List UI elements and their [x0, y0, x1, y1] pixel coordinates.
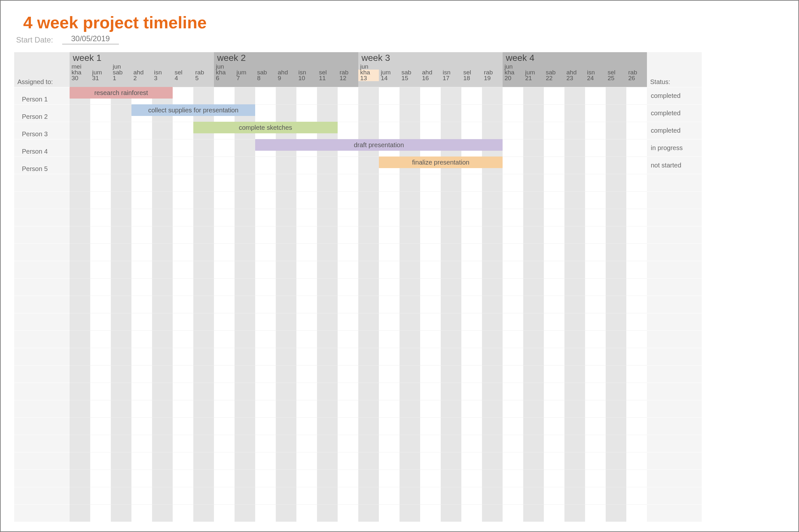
- grid-cell[interactable]: [482, 191, 503, 209]
- grid-cell[interactable]: [503, 261, 523, 278]
- grid-cell[interactable]: [131, 383, 152, 400]
- grid-cell[interactable]: [441, 174, 461, 191]
- grid-cell[interactable]: [338, 348, 358, 365]
- grid-cell[interactable]: [131, 122, 152, 139]
- grid-cell[interactable]: [152, 139, 173, 156]
- grid-cell[interactable]: [379, 400, 400, 417]
- grid-cell[interactable]: [173, 296, 193, 313]
- grid-cell[interactable]: [585, 104, 606, 122]
- grid-cell[interactable]: [214, 487, 235, 504]
- grid-cell[interactable]: [317, 504, 338, 522]
- grid-cell[interactable]: [379, 504, 400, 522]
- grid-cell[interactable]: [131, 174, 152, 191]
- grid-cell[interactable]: [564, 296, 585, 313]
- grid-cell[interactable]: [564, 226, 585, 244]
- grid-cell[interactable]: [461, 313, 482, 330]
- grid-cell[interactable]: [193, 348, 214, 365]
- grid-cell[interactable]: [214, 452, 235, 470]
- grid-cell[interactable]: [152, 261, 173, 278]
- grid-cell[interactable]: [482, 365, 503, 383]
- grid-cell[interactable]: [131, 330, 152, 348]
- grid-cell[interactable]: [214, 417, 235, 435]
- grid-cell[interactable]: [564, 487, 585, 504]
- grid-cell[interactable]: [461, 209, 482, 226]
- grid-cell[interactable]: [317, 209, 338, 226]
- grid-cell[interactable]: [296, 191, 317, 209]
- grid-cell[interactable]: [214, 504, 235, 522]
- grid-cell[interactable]: [338, 174, 358, 191]
- grid-cell[interactable]: [503, 139, 523, 156]
- grid-cell[interactable]: [255, 191, 276, 209]
- grid-cell[interactable]: [193, 87, 214, 104]
- grid-cell[interactable]: [173, 244, 193, 261]
- grid-cell[interactable]: [296, 435, 317, 452]
- grid-cell[interactable]: [585, 209, 606, 226]
- grid-cell[interactable]: [255, 104, 276, 122]
- grid-cell[interactable]: [420, 365, 441, 383]
- grid-cell[interactable]: [420, 348, 441, 365]
- task-bar[interactable]: complete sketches: [193, 122, 338, 133]
- grid-cell[interactable]: [420, 330, 441, 348]
- grid-cell[interactable]: [90, 226, 111, 244]
- grid-cell[interactable]: [379, 348, 400, 365]
- grid-cell[interactable]: [173, 278, 193, 296]
- grid-cell[interactable]: [523, 487, 544, 504]
- grid-cell[interactable]: [131, 504, 152, 522]
- grid-cell[interactable]: [482, 87, 503, 104]
- grid-cell[interactable]: [296, 348, 317, 365]
- grid-cell[interactable]: [255, 452, 276, 470]
- task-bar[interactable]: draft presentation: [255, 139, 503, 151]
- grid-cell[interactable]: [441, 365, 461, 383]
- grid-cell[interactable]: [441, 244, 461, 261]
- grid-cell[interactable]: [420, 470, 441, 487]
- grid-cell[interactable]: [626, 244, 647, 261]
- grid-cell[interactable]: [111, 278, 131, 296]
- grid-cell[interactable]: [152, 470, 173, 487]
- grid-cell[interactable]: [420, 278, 441, 296]
- grid-cell[interactable]: [193, 365, 214, 383]
- grid-cell[interactable]: [214, 244, 235, 261]
- grid-cell[interactable]: [544, 191, 564, 209]
- grid-cell[interactable]: [358, 191, 379, 209]
- grid-cell[interactable]: [606, 156, 626, 174]
- grid-cell[interactable]: [276, 470, 296, 487]
- grid-cell[interactable]: [193, 174, 214, 191]
- grid-cell[interactable]: [235, 400, 255, 417]
- grid-cell[interactable]: [70, 435, 90, 452]
- grid-cell[interactable]: [606, 504, 626, 522]
- grid-cell[interactable]: [111, 365, 131, 383]
- grid-cell[interactable]: [606, 209, 626, 226]
- grid-cell[interactable]: [564, 122, 585, 139]
- grid-cell[interactable]: [606, 261, 626, 278]
- grid-cell[interactable]: [358, 487, 379, 504]
- grid-cell[interactable]: [235, 348, 255, 365]
- grid-cell[interactable]: [296, 313, 317, 330]
- grid-cell[interactable]: [523, 209, 544, 226]
- grid-cell[interactable]: [70, 139, 90, 156]
- grid-cell[interactable]: [317, 330, 338, 348]
- grid-cell[interactable]: [317, 244, 338, 261]
- grid-cell[interactable]: [193, 191, 214, 209]
- grid-cell[interactable]: [400, 504, 420, 522]
- grid-cell[interactable]: [461, 296, 482, 313]
- grid-cell[interactable]: [564, 313, 585, 330]
- grid-cell[interactable]: [585, 261, 606, 278]
- grid-cell[interactable]: [461, 278, 482, 296]
- grid-cell[interactable]: [152, 383, 173, 400]
- grid-cell[interactable]: [420, 122, 441, 139]
- grid-cell[interactable]: [173, 87, 193, 104]
- grid-cell[interactable]: [255, 487, 276, 504]
- grid-cell[interactable]: [70, 348, 90, 365]
- grid-cell[interactable]: [173, 487, 193, 504]
- grid-cell[interactable]: [461, 174, 482, 191]
- grid-cell[interactable]: [276, 400, 296, 417]
- grid-cell[interactable]: [131, 470, 152, 487]
- grid-cell[interactable]: [152, 156, 173, 174]
- task-bar[interactable]: collect supplies for presentation: [131, 104, 255, 116]
- grid-cell[interactable]: [152, 191, 173, 209]
- grid-cell[interactable]: [606, 174, 626, 191]
- grid-cell[interactable]: [400, 174, 420, 191]
- grid-cell[interactable]: [296, 330, 317, 348]
- grid-cell[interactable]: [276, 296, 296, 313]
- grid-cell[interactable]: [338, 400, 358, 417]
